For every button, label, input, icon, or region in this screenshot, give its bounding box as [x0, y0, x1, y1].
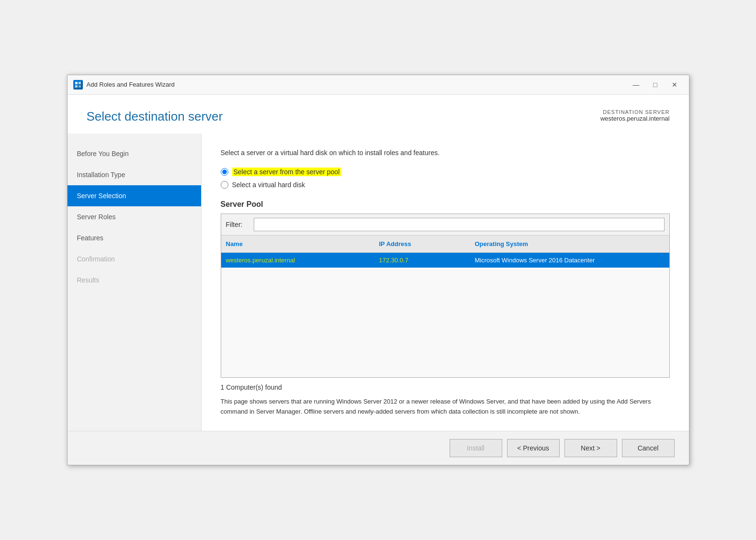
cancel-button[interactable]: Cancel	[622, 439, 675, 457]
cell-name: westeros.peruzal.internal	[221, 253, 374, 268]
cell-os: Microsoft Windows Server 2016 Datacenter	[470, 253, 669, 268]
sidebar-item-installation-type[interactable]: Installation Type	[68, 164, 201, 185]
radio-server-pool[interactable]	[221, 168, 228, 176]
svg-rect-0	[75, 82, 78, 84]
radio-vhd-label: Select a virtual hard disk	[232, 181, 305, 189]
server-pool-title: Server Pool	[221, 200, 670, 209]
computers-found: 1 Computer(s) found	[221, 378, 670, 391]
page-title: Select destination server	[87, 109, 600, 124]
info-text: This page shows servers that are running…	[221, 397, 670, 417]
destination-label: DESTINATION SERVER	[600, 109, 670, 115]
server-pool-box: Filter: Name IP Address Operating System…	[221, 214, 670, 378]
close-button[interactable]: ✕	[666, 79, 683, 90]
title-bar: Add Roles and Features Wizard — □ ✕	[68, 75, 689, 95]
svg-rect-3	[79, 85, 81, 88]
sidebar-item-server-selection[interactable]: Server Selection	[68, 185, 201, 206]
header-section: Select destination server DESTINATION SE…	[68, 95, 689, 134]
window-title: Add Roles and Features Wizard	[87, 81, 624, 88]
wizard-window: Add Roles and Features Wizard — □ ✕ Sele…	[67, 75, 689, 466]
destination-server-info: DESTINATION SERVER westeros.peruzal.inte…	[600, 109, 670, 122]
sidebar-item-server-roles[interactable]: Server Roles	[68, 206, 201, 227]
window-controls: — □ ✕	[628, 79, 683, 90]
radio-group: Select a server from the server pool Sel…	[221, 168, 670, 189]
column-ip[interactable]: IP Address	[374, 238, 470, 249]
body-row: Before You Begin Installation Type Serve…	[68, 134, 689, 431]
server-pool-section: Server Pool Filter: Name IP Address Oper…	[221, 200, 670, 417]
filter-row: Filter:	[221, 214, 669, 236]
radio-server-pool-option[interactable]: Select a server from the server pool	[221, 168, 670, 176]
maximize-button[interactable]: □	[647, 79, 664, 90]
main-wrapper: Select destination server DESTINATION SE…	[68, 95, 689, 431]
filter-label: Filter:	[226, 221, 250, 228]
radio-vhd[interactable]	[221, 181, 228, 189]
sidebar-item-confirmation: Confirmation	[68, 248, 201, 270]
radio-server-pool-label: Select a server from the server pool	[232, 168, 341, 176]
sidebar-item-results: Results	[68, 270, 201, 291]
previous-button[interactable]: < Previous	[507, 439, 560, 457]
table-row[interactable]: westeros.peruzal.internal 172.30.0.7 Mic…	[221, 253, 669, 268]
radio-vhd-option[interactable]: Select a virtual hard disk	[221, 181, 670, 189]
svg-rect-1	[79, 82, 81, 84]
install-button[interactable]: Install	[450, 439, 502, 457]
next-button[interactable]: Next >	[564, 439, 617, 457]
app-icon	[73, 80, 83, 90]
column-name[interactable]: Name	[221, 238, 374, 249]
filter-input[interactable]	[254, 218, 665, 231]
destination-name: westeros.peruzal.internal	[600, 115, 670, 122]
table-body: westeros.peruzal.internal 172.30.0.7 Mic…	[221, 253, 669, 377]
column-os[interactable]: Operating System	[470, 238, 669, 249]
svg-rect-2	[75, 85, 78, 88]
sidebar-item-features[interactable]: Features	[68, 227, 201, 248]
description-text: Select a server or a virtual hard disk o…	[221, 148, 670, 158]
main-content: Select a server or a virtual hard disk o…	[202, 134, 689, 431]
sidebar-item-before-you-begin[interactable]: Before You Begin	[68, 143, 201, 164]
sidebar: Before You Begin Installation Type Serve…	[68, 134, 202, 431]
footer: Install < Previous Next > Cancel	[68, 431, 689, 465]
minimize-button[interactable]: —	[628, 79, 645, 90]
table-header: Name IP Address Operating System	[221, 236, 669, 253]
cell-ip: 172.30.0.7	[374, 253, 470, 268]
